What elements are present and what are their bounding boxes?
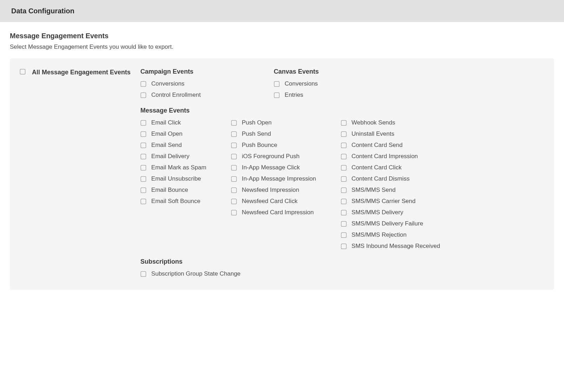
checkbox-email-soft-bounce[interactable] [140, 198, 146, 204]
checkbox-label: In-App Message Click [242, 164, 300, 171]
checkbox-label: Email Soft Bounce [151, 198, 200, 205]
checkbox-email-send[interactable] [140, 142, 146, 148]
svg-rect-7 [141, 143, 146, 148]
list-item: In-App Message Impression [231, 175, 316, 182]
checkbox-push-bounce[interactable] [231, 142, 237, 148]
svg-rect-10 [141, 176, 146, 181]
group-row-top: Campaign Events Conversions Control Enro… [140, 68, 544, 99]
events-panel: All Message Engagement Events Campaign E… [10, 58, 554, 290]
checkbox-email-spam[interactable] [140, 165, 146, 171]
svg-rect-11 [141, 188, 146, 192]
svg-rect-1 [141, 81, 146, 86]
svg-rect-20 [231, 199, 236, 204]
svg-rect-33 [341, 244, 346, 249]
checkbox-inapp-click[interactable] [231, 165, 237, 171]
checkbox-sms-inbound-received[interactable] [341, 243, 347, 249]
content: Message Engagement Events Select Message… [0, 22, 564, 304]
checkbox-sms-delivery[interactable] [341, 210, 347, 216]
checkbox-uninstall-events[interactable] [341, 131, 347, 137]
checkbox-label: SMS/MMS Rejection [352, 231, 407, 238]
section-description: Select Message Engagement Events you wou… [10, 43, 554, 50]
campaign-checklist: Conversions Control Enrollment [140, 80, 242, 99]
checkbox-webhook-sends[interactable] [341, 120, 347, 126]
checkbox-label: Conversions [151, 80, 185, 87]
checkbox-campaign-control-enrollment[interactable] [140, 92, 146, 98]
checkbox-push-open[interactable] [231, 120, 237, 126]
svg-rect-8 [141, 154, 146, 159]
checkbox-label: SMS Inbound Message Received [352, 243, 440, 250]
group-subscriptions: Subscriptions Subscription Group State C… [140, 258, 544, 277]
group-title-campaign: Campaign Events [140, 68, 242, 75]
checkbox-label: Push Bounce [242, 142, 277, 149]
checkbox-label: Subscription Group State Change [151, 270, 240, 277]
checkbox-inapp-impression[interactable] [231, 176, 237, 182]
svg-rect-12 [141, 199, 146, 204]
checkbox-campaign-conversions[interactable] [140, 81, 146, 87]
checkbox-sms-delivery-failure[interactable] [341, 221, 347, 227]
svg-rect-16 [231, 154, 236, 159]
checkbox-email-delivery[interactable] [140, 154, 146, 160]
checkbox-label: SMS/MMS Carrier Send [352, 198, 416, 205]
message-col-2: Push Open Push Send Push Bounce iOS Fore… [231, 119, 316, 216]
list-item: Email Mark as Spam [140, 164, 206, 171]
checkbox-label: In-App Message Impression [242, 175, 316, 182]
list-item: Entries [274, 92, 319, 99]
checkbox-label: Content Card Impression [352, 153, 418, 160]
svg-rect-29 [341, 199, 346, 204]
checkbox-all-events[interactable] [20, 69, 26, 75]
page-title: Data Configuration [11, 7, 553, 15]
checkbox-newsfeed-card-impression[interactable] [231, 210, 237, 216]
checkbox-label: Email Delivery [151, 153, 190, 160]
svg-rect-34 [141, 271, 146, 276]
checkbox-push-send[interactable] [231, 131, 237, 137]
checkbox-email-click[interactable] [140, 120, 146, 126]
list-item: Email Send [140, 142, 206, 149]
checkbox-email-open[interactable] [140, 131, 146, 137]
checkbox-label: Email Bounce [151, 187, 188, 194]
checkbox-email-bounce[interactable] [140, 187, 146, 193]
checkbox-label: Email Open [151, 130, 183, 137]
checkbox-label: Content Card Click [352, 164, 402, 171]
checkbox-label: Content Card Send [352, 142, 403, 149]
list-item: Newsfeed Impression [231, 187, 316, 194]
list-item: Push Bounce [231, 142, 316, 149]
checkbox-canvas-conversions[interactable] [274, 81, 280, 87]
checkbox-label: Email Send [151, 142, 182, 149]
list-item: Subscription Group State Change [140, 270, 544, 277]
svg-rect-28 [341, 188, 346, 192]
checkbox-content-card-impression[interactable] [341, 154, 347, 160]
checkbox-label: Uninstall Events [352, 130, 394, 137]
svg-rect-6 [141, 131, 146, 136]
checkbox-ios-foreground-push[interactable] [231, 154, 237, 160]
group-title-message: Message Events [140, 107, 544, 114]
svg-rect-26 [341, 165, 346, 170]
canvas-checklist: Conversions Entries [274, 80, 319, 99]
svg-rect-3 [274, 81, 279, 86]
svg-rect-15 [231, 143, 236, 148]
list-item: Email Delivery [140, 153, 206, 160]
checkbox-sms-rejection[interactable] [341, 232, 347, 238]
checkbox-sms-send[interactable] [341, 187, 347, 193]
checkbox-content-card-dismiss[interactable] [341, 176, 347, 182]
checkbox-newsfeed-card-click[interactable] [231, 198, 237, 204]
checkbox-label: Newsfeed Impression [242, 187, 299, 194]
checkbox-label: Control Enrollment [151, 92, 201, 99]
list-item: SMS/MMS Delivery Failure [341, 220, 440, 227]
checkbox-subscription-group-state-change[interactable] [140, 271, 146, 277]
checkbox-label: Newsfeed Card Impression [242, 209, 314, 216]
svg-rect-18 [231, 176, 236, 181]
checkbox-email-unsubscribe[interactable] [140, 176, 146, 182]
checkbox-label: Push Open [242, 119, 272, 126]
checkbox-content-card-send[interactable] [341, 142, 347, 148]
svg-rect-24 [341, 143, 346, 148]
checkbox-content-card-click[interactable] [341, 165, 347, 171]
checkbox-label: Content Card Dismiss [352, 175, 410, 182]
message-col-1: Email Click Email Open Email Send Email … [140, 119, 206, 205]
checkbox-newsfeed-impression[interactable] [231, 187, 237, 193]
checkbox-canvas-entries[interactable] [274, 92, 280, 98]
checkbox-sms-carrier-send[interactable] [341, 198, 347, 204]
list-item: Content Card Send [341, 142, 440, 149]
svg-rect-30 [341, 210, 346, 215]
list-item: Control Enrollment [140, 92, 242, 99]
svg-rect-19 [231, 188, 236, 192]
